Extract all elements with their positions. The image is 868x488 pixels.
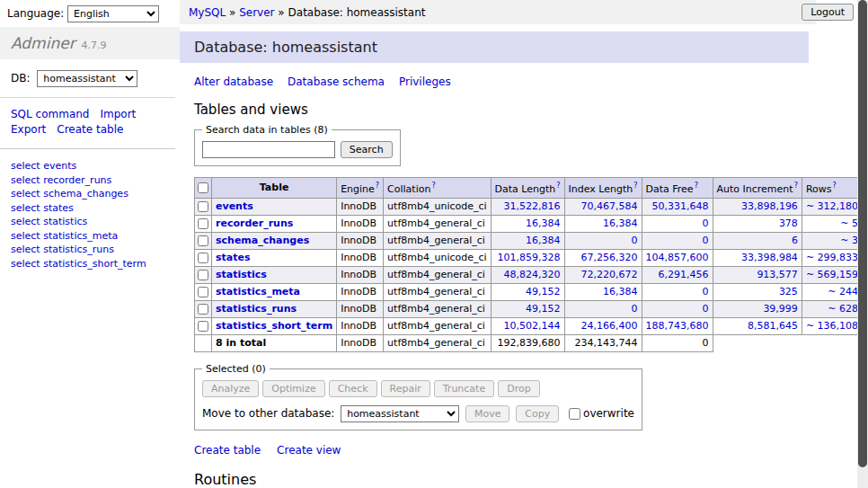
sidebar-item-select-statistics-runs[interactable]: select statistics_runs bbox=[11, 243, 169, 257]
sidebar-item-select-statistics-meta[interactable]: select statistics_meta bbox=[11, 229, 169, 244]
rows-count-value[interactable]: ~ 299,833 bbox=[806, 252, 858, 263]
index-length-value[interactable]: 0 bbox=[632, 235, 638, 246]
db-select[interactable]: homeassistant bbox=[37, 70, 137, 87]
truncate-button[interactable]: Truncate bbox=[434, 380, 494, 397]
table-link-states[interactable]: states bbox=[216, 252, 251, 263]
table-link-statistics-short-term[interactable]: statistics_short_term bbox=[216, 320, 332, 332]
data-length-value[interactable]: 16,384 bbox=[526, 217, 561, 229]
sidebar-item-select-states[interactable]: select states bbox=[11, 201, 169, 216]
optimize-button[interactable]: Optimize bbox=[262, 380, 324, 397]
language-select[interactable]: English bbox=[67, 5, 159, 22]
help-icon[interactable]: ? bbox=[695, 182, 698, 190]
move-button[interactable]: Move bbox=[465, 405, 510, 422]
breadcrumb-link-mysql[interactable]: MySQL bbox=[189, 6, 226, 19]
data-free-value[interactable]: 0 bbox=[703, 303, 709, 315]
data-length-value[interactable]: 101,859,328 bbox=[498, 252, 561, 263]
check-button[interactable]: Check bbox=[329, 380, 377, 397]
index-length-value[interactable]: 16,384 bbox=[603, 217, 638, 229]
sidebar-item-select-events[interactable]: select events bbox=[11, 159, 169, 173]
row-checkbox-recorder-runs[interactable] bbox=[198, 218, 208, 229]
auto-increment-value[interactable]: 39,999 bbox=[763, 303, 798, 315]
rows-count-value[interactable]: ~ 312,180 bbox=[806, 200, 858, 212]
data-length-value[interactable]: 10,502,144 bbox=[504, 320, 561, 332]
data-free-value[interactable]: 104,857,600 bbox=[646, 252, 709, 263]
help-icon[interactable]: ? bbox=[556, 182, 560, 190]
table-link-recorder-runs[interactable]: recorder_runs bbox=[216, 217, 293, 229]
auto-increment-value[interactable]: 378 bbox=[779, 217, 798, 229]
sidebar-item-select-recorder-runs[interactable]: select recorder_runs bbox=[11, 173, 169, 188]
help-icon[interactable]: ? bbox=[633, 182, 637, 190]
repair-button[interactable]: Repair bbox=[381, 380, 430, 397]
data-free-value[interactable]: 0 bbox=[703, 235, 709, 246]
select-all-checkbox[interactable] bbox=[198, 182, 208, 193]
logout-button[interactable]: Logout bbox=[802, 4, 854, 21]
table-link-events[interactable]: events bbox=[216, 200, 253, 212]
table-link-schema-changes[interactable]: schema_changes bbox=[216, 235, 309, 246]
link-create-table[interactable]: Create table bbox=[194, 444, 261, 457]
auto-increment-value[interactable]: 913,577 bbox=[757, 269, 798, 280]
rows-count-value[interactable]: ~ 136,108 bbox=[806, 320, 858, 332]
sidebar-item-select-statistics-short-term[interactable]: select statistics_short_term bbox=[11, 257, 169, 271]
help-icon[interactable]: ? bbox=[376, 182, 379, 190]
auto-increment-value[interactable]: 6 bbox=[792, 235, 798, 246]
sidebar-link-import[interactable]: Import bbox=[100, 108, 136, 120]
index-length-value[interactable]: 24,166,400 bbox=[581, 320, 638, 332]
auto-increment-value[interactable]: 33,398,984 bbox=[741, 252, 798, 263]
adminer-logo[interactable]: Adminer bbox=[11, 34, 75, 52]
drop-button[interactable]: Drop bbox=[498, 380, 539, 397]
index-length-value[interactable]: 16,384 bbox=[603, 286, 638, 297]
sidebar-link-sql-command[interactable]: SQL command bbox=[11, 108, 89, 120]
row-checkbox-statistics-runs[interactable] bbox=[198, 304, 208, 315]
sidebar-item-select-schema-changes[interactable]: select schema_changes bbox=[11, 187, 169, 201]
nav-link-alter-database[interactable]: Alter database bbox=[194, 75, 273, 88]
rows-count-value[interactable]: ~ 628 bbox=[828, 303, 858, 315]
data-length-value[interactable]: 48,824,320 bbox=[504, 269, 561, 280]
nav-link-privileges[interactable]: Privileges bbox=[399, 75, 451, 88]
table-link-statistics-meta[interactable]: statistics_meta bbox=[216, 286, 300, 297]
data-length-value[interactable]: 16,384 bbox=[526, 235, 561, 246]
table-link-statistics[interactable]: statistics bbox=[216, 269, 267, 280]
data-length-value[interactable]: 49,152 bbox=[526, 286, 561, 297]
row-checkbox-statistics[interactable] bbox=[198, 270, 208, 280]
breadcrumb-link-server[interactable]: Server bbox=[239, 6, 274, 19]
rows-count-value[interactable]: ~ 3 bbox=[840, 235, 858, 246]
rows-count-value[interactable]: ~ 569,159 bbox=[806, 269, 858, 280]
rows-count-value[interactable]: ~ 5 bbox=[840, 217, 858, 229]
data-length-value[interactable]: 49,152 bbox=[526, 303, 561, 315]
index-length-value[interactable]: 67,256,320 bbox=[581, 252, 638, 263]
index-length-value[interactable]: 0 bbox=[632, 303, 638, 315]
row-checkbox-states[interactable] bbox=[198, 253, 208, 263]
index-length-value[interactable]: 70,467,584 bbox=[581, 200, 638, 212]
auto-increment-value[interactable]: 33,898,196 bbox=[741, 200, 798, 212]
data-free-value[interactable]: 50,331,648 bbox=[652, 200, 709, 212]
data-length-value[interactable]: 31,522,816 bbox=[504, 200, 561, 212]
data-free-value[interactable]: 188,743,680 bbox=[646, 320, 709, 332]
vertical-scrollbar[interactable] bbox=[857, 0, 868, 488]
help-icon[interactable]: ? bbox=[431, 182, 435, 190]
analyze-button[interactable]: Analyze bbox=[202, 380, 259, 397]
table-link-statistics-runs[interactable]: statistics_runs bbox=[216, 303, 297, 315]
overwrite-checkbox[interactable] bbox=[569, 408, 580, 420]
scrollbar-thumb[interactable] bbox=[858, 0, 867, 467]
search-button[interactable]: Search bbox=[341, 141, 393, 158]
rows-count-value[interactable]: ~ 244 bbox=[828, 286, 858, 297]
nav-link-database-schema[interactable]: Database schema bbox=[288, 75, 385, 88]
move-db-select[interactable]: homeassistant bbox=[341, 405, 459, 422]
help-icon[interactable]: ? bbox=[794, 182, 798, 190]
link-create-view[interactable]: Create view bbox=[277, 444, 341, 457]
row-checkbox-statistics-short-term[interactable] bbox=[198, 321, 208, 332]
search-input[interactable] bbox=[202, 141, 335, 158]
data-free-value[interactable]: 0 bbox=[703, 286, 709, 297]
sidebar-link-create-table[interactable]: Create table bbox=[57, 123, 123, 136]
sidebar-item-select-statistics[interactable]: select statistics bbox=[11, 215, 169, 229]
data-free-value[interactable]: 0 bbox=[703, 217, 709, 229]
sidebar-link-export[interactable]: Export bbox=[11, 123, 46, 136]
auto-increment-value[interactable]: 8,581,645 bbox=[748, 320, 798, 332]
help-icon[interactable]: ? bbox=[832, 182, 836, 190]
row-checkbox-schema-changes[interactable] bbox=[198, 235, 208, 246]
copy-button[interactable]: Copy bbox=[516, 405, 559, 422]
row-checkbox-events[interactable] bbox=[198, 201, 208, 212]
row-checkbox-statistics-meta[interactable] bbox=[198, 287, 208, 297]
data-free-value[interactable]: 6,291,456 bbox=[659, 269, 709, 280]
auto-increment-value[interactable]: 325 bbox=[779, 286, 798, 297]
